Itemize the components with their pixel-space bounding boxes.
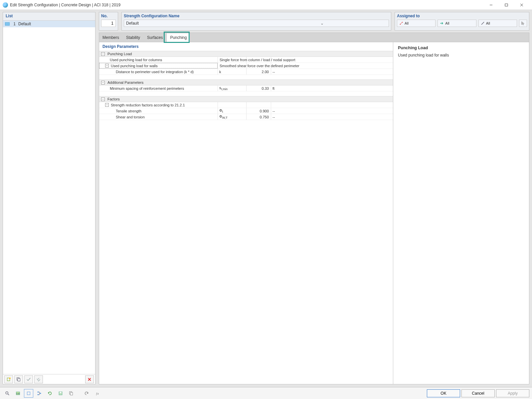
tab-stability[interactable]: Stability [123, 33, 144, 42]
info-heading: Punching Load [398, 46, 524, 50]
design-parameters-header: Design Parameters [99, 42, 393, 51]
svg-rect-20 [40, 393, 41, 394]
titlebar: Edit Strength Configuration | Concrete D… [0, 0, 532, 10]
tab-surfaces[interactable]: Surfaces [144, 33, 166, 42]
tool-function[interactable]: ƒx [92, 389, 102, 398]
list-item-number: 1 [12, 22, 16, 26]
section-title: Additional Parameters [107, 80, 143, 84]
section-additional-parameters[interactable]: − Additional Parameters [99, 79, 393, 85]
param-label: Shear and torsion [116, 115, 145, 119]
param-unit: ft [272, 86, 274, 90]
collapse-icon[interactable]: − [105, 103, 109, 107]
svg-text:0.00: 0.00 [16, 392, 20, 394]
undo-icon [84, 391, 89, 396]
assigned-pill-2[interactable]: All [438, 20, 476, 27]
ok-button[interactable]: OK [427, 389, 460, 397]
box-icon [26, 391, 31, 396]
assigned-pill-3[interactable]: All [478, 20, 517, 27]
new-item-button[interactable]: + [4, 375, 13, 383]
section-punching-load[interactable]: − Punching Load [99, 51, 393, 57]
assigned-to-box: Assigned to All All All [395, 12, 529, 31]
tool-tree[interactable] [35, 389, 44, 398]
copy-icon [69, 391, 74, 396]
arrow-icon [440, 21, 444, 25]
param-row-columns[interactable]: Used punching load for columns Single fo… [99, 57, 393, 63]
section-factors[interactable]: − Factors [99, 96, 393, 102]
name-value: Default [126, 21, 257, 26]
tool-box[interactable] [24, 389, 33, 398]
apply-button[interactable]: Apply [496, 389, 529, 397]
param-label: Used punching load for columns [110, 58, 162, 62]
svg-text:ƒx: ƒx [96, 392, 99, 395]
tab-punching[interactable]: Punching [166, 33, 190, 42]
info-panel: Punching Load Used punching load for wal… [393, 42, 529, 384]
section-title: Punching Load [107, 52, 132, 56]
assigned-select-button[interactable] [519, 20, 527, 27]
name-field-box: Strength Configuration Name Default ⌄ [121, 12, 391, 31]
param-label: Minimum spacing of reinforcement perimet… [110, 86, 184, 90]
tool-search[interactable] [3, 389, 12, 398]
number-field-box: No. [99, 12, 118, 31]
svg-rect-24 [70, 392, 73, 395]
check-button-2[interactable] [34, 375, 43, 383]
collapse-icon[interactable]: − [101, 52, 105, 56]
param-symbol: k [219, 70, 221, 74]
param-value: 0.750 [260, 115, 269, 119]
tab-members[interactable]: Members [99, 33, 123, 42]
param-row-srf[interactable]: − Strength reduction factors according t… [99, 102, 393, 108]
maximize-button[interactable] [499, 0, 514, 10]
param-unit: -- [272, 109, 275, 113]
configuration-list[interactable]: 1 Default [3, 21, 95, 374]
line-icon [481, 21, 485, 25]
param-unit: -- [272, 115, 275, 119]
cancel-button[interactable]: Cancel [461, 389, 495, 397]
tool-save[interactable] [56, 389, 65, 398]
param-symbol: ΦW,T [219, 114, 228, 119]
collapse-icon[interactable]: − [101, 97, 105, 101]
number-input[interactable] [101, 20, 116, 27]
units-icon: 0.00 [16, 391, 20, 396]
assigned-pill-label: All [405, 21, 409, 25]
param-row-spacing[interactable]: Minimum spacing of reinforcement perimet… [99, 85, 393, 91]
tool-undo[interactable] [82, 389, 91, 398]
param-label: Used punching load for walls [111, 64, 158, 68]
tool-refresh[interactable] [45, 389, 55, 398]
check-button-1[interactable] [24, 375, 33, 383]
chevron-down-icon: ⌄ [257, 21, 388, 26]
node-icon [399, 21, 403, 25]
minimize-button[interactable] [483, 0, 499, 10]
param-symbol: sr,min [219, 86, 228, 91]
collapse-icon[interactable]: − [105, 64, 109, 67]
copy-item-button[interactable] [14, 375, 23, 383]
param-label: Distance to perimeter used for integrati… [116, 70, 194, 74]
param-row-distance[interactable]: Distance to perimeter used for integrati… [99, 69, 393, 75]
param-row-walls[interactable]: − Used punching load for walls Smoothed … [99, 63, 393, 69]
name-label: Strength Configuration Name [124, 14, 389, 18]
param-symbol: Φt [219, 108, 223, 113]
tool-copy[interactable] [67, 389, 76, 398]
list-header: List [3, 12, 95, 21]
close-button[interactable] [514, 0, 529, 10]
svg-rect-8 [18, 378, 20, 381]
design-parameters-panel: Design Parameters − Punching Load Used p… [99, 42, 393, 384]
tool-units[interactable]: 0.00 [13, 389, 23, 398]
svg-rect-18 [38, 391, 39, 392]
param-row-shear[interactable]: Shear and torsion ΦW,T 0.750 -- [99, 114, 393, 120]
svg-rect-1 [505, 4, 508, 6]
svg-line-12 [481, 22, 484, 25]
svg-rect-22 [60, 392, 61, 393]
delete-item-button[interactable]: ✕ [85, 375, 94, 383]
dialog-bottom-bar: 0.00 ƒx OK Cancel Apply [0, 387, 532, 399]
list-item[interactable]: 1 Default [3, 21, 95, 27]
function-icon: ƒx [95, 391, 99, 396]
param-row-tensile[interactable]: Tensile strength Φt 0.900 -- [99, 108, 393, 114]
name-combobox[interactable]: Default ⌄ [124, 20, 389, 27]
delete-icon: ✕ [88, 377, 91, 382]
collapse-icon[interactable]: − [101, 81, 105, 84]
assigned-pill-label: All [445, 21, 449, 25]
assigned-pill-1[interactable]: All [397, 20, 436, 27]
param-desc: Smoothed shear force over the defined pe… [220, 64, 299, 68]
assigned-to-label: Assigned to [397, 14, 527, 18]
param-label: Strength reduction factors according to … [111, 103, 185, 107]
cursor-icon [521, 21, 525, 26]
